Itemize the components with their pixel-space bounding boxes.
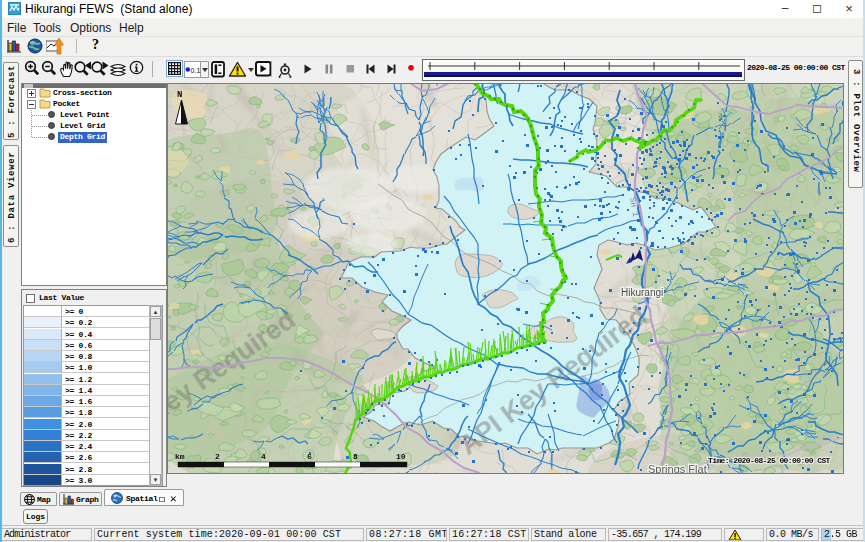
svg-text:N: N	[177, 90, 182, 100]
svg-text:2: 2	[215, 452, 220, 461]
svg-text:6: 6	[307, 452, 312, 461]
svg-text:0.1: 0.1	[191, 67, 201, 74]
svg-text:Hikurangi: Hikurangi	[621, 287, 663, 298]
svg-text:km: km	[175, 452, 185, 461]
svg-text:8: 8	[353, 452, 358, 461]
svg-text:4: 4	[261, 452, 266, 461]
svg-text:10: 10	[396, 452, 406, 461]
svg-text:Springs Flat: Springs Flat	[648, 463, 707, 473]
svg-text:Time: 2020-08-25 00:00:00 CST: Time: 2020-08-25 00:00:00 CST	[708, 456, 831, 465]
